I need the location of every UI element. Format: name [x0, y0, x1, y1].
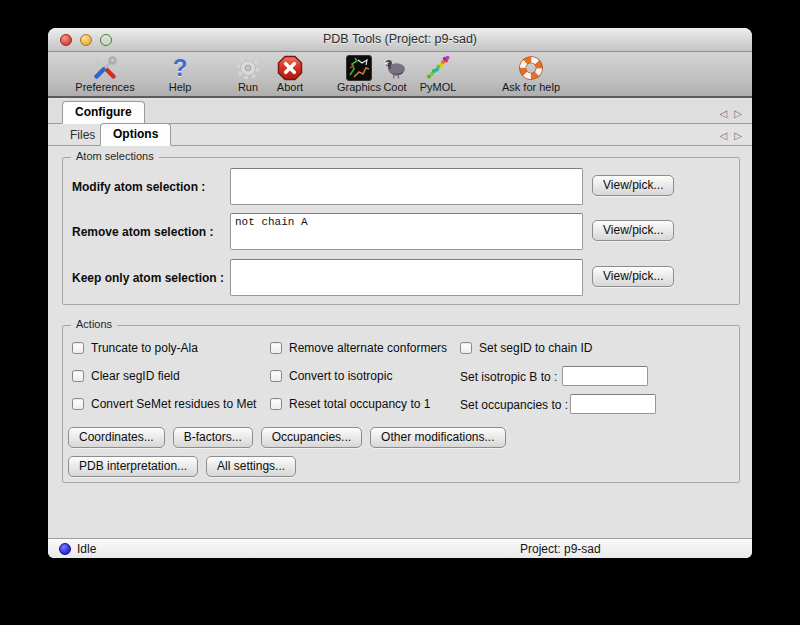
toolbar-label: Preferences	[75, 81, 134, 93]
stop-x-icon	[277, 54, 303, 81]
checkbox-box[interactable]	[72, 398, 84, 410]
toolbar-label: Ask for help	[502, 81, 560, 93]
action-buttons-row-2: PDB interpretation... All settings...	[68, 456, 296, 477]
toolbar-label: Abort	[277, 81, 303, 93]
status-dot-icon	[59, 543, 71, 555]
set-segid-to-chain-id-checkbox[interactable]: Set segID to chain ID	[460, 341, 592, 355]
toolbar: Preferences ? Help Run	[48, 52, 752, 98]
toolbar-label: Coot	[383, 81, 406, 93]
keep-only-view-pick-button[interactable]: View/pick...	[592, 266, 674, 287]
title-bar[interactable]: PDB Tools (Project: p9-sad)	[48, 28, 752, 52]
tools-icon	[92, 54, 118, 81]
group-title: Atom selections	[71, 150, 159, 162]
action-buttons-row-1: Coordinates... B-factors... Occupancies.…	[68, 427, 506, 448]
pdb-interpretation-button[interactable]: PDB interpretation...	[68, 456, 198, 477]
checkbox-box[interactable]	[270, 370, 282, 382]
truncate-poly-ala-checkbox[interactable]: Truncate to poly-Ala	[72, 341, 198, 355]
modify-atom-selection-input[interactable]	[230, 168, 583, 205]
tab-scroll-arrows: ◁ ▷	[720, 131, 742, 141]
checkbox-box[interactable]	[270, 342, 282, 354]
other-modifications-button[interactable]: Other modifications...	[370, 427, 505, 448]
tab-configure[interactable]: Configure	[62, 101, 145, 124]
remove-alternate-conformers-checkbox[interactable]: Remove alternate conformers	[270, 341, 447, 355]
toolbar-run-button[interactable]: Run	[228, 54, 268, 93]
coot-bird-icon	[382, 54, 408, 81]
b-factors-button[interactable]: B-factors...	[173, 427, 253, 448]
toolbar-abort-button[interactable]: Abort	[266, 54, 314, 93]
checkbox-box[interactable]	[72, 342, 84, 354]
keep-only-atom-selection-label: Keep only atom selection :	[72, 271, 224, 285]
keep-only-atom-selection-input[interactable]	[230, 259, 583, 296]
tab-scroll-arrows: ◁ ▷	[720, 109, 742, 119]
toolbar-pymol-button[interactable]: PyMOL	[414, 54, 462, 93]
remove-atom-selection-label: Remove atom selection :	[72, 225, 213, 239]
checkbox-box[interactable]	[72, 370, 84, 382]
set-isotropic-b-label: Set isotropic B to :	[460, 370, 557, 384]
helix-icon	[425, 54, 451, 81]
checkbox-box[interactable]	[270, 398, 282, 410]
occupancies-button[interactable]: Occupancies...	[261, 427, 362, 448]
modify-atom-selection-label: Modify atom selection :	[72, 180, 205, 194]
set-occupancies-label: Set occupancies to :	[460, 398, 568, 412]
toolbar-coot-button[interactable]: Coot	[376, 54, 414, 93]
tab-scroll-right-icon[interactable]: ▷	[734, 109, 742, 119]
configure-tab-bar: Configure ◁ ▷	[48, 100, 752, 124]
status-project: Project: p9-sad	[520, 542, 601, 556]
gear-icon	[235, 54, 261, 81]
desktop-background: PDB Tools (Project: p9-sad) Preferences	[0, 0, 800, 625]
files-options-tab-bar: Files Options ◁ ▷	[48, 124, 752, 146]
checkbox-box[interactable]	[460, 342, 472, 354]
convert-semet-checkbox[interactable]: Convert SeMet residues to Met	[72, 397, 256, 411]
status-state: Idle	[77, 542, 96, 556]
reset-total-occupancy-checkbox[interactable]: Reset total occupancy to 1	[270, 397, 430, 411]
tab-scroll-right-icon[interactable]: ▷	[734, 131, 742, 141]
pdb-tools-window: PDB Tools (Project: p9-sad) Preferences	[48, 28, 752, 558]
window-title: PDB Tools (Project: p9-sad)	[48, 32, 752, 46]
tab-scroll-left-icon[interactable]: ◁	[720, 131, 728, 141]
remove-view-pick-button[interactable]: View/pick...	[592, 220, 674, 241]
toolbar-label: PyMOL	[420, 81, 457, 93]
life-ring-icon	[518, 54, 544, 81]
tab-options[interactable]: Options	[100, 123, 171, 146]
modify-view-pick-button[interactable]: View/pick...	[592, 175, 674, 196]
question-icon: ?	[173, 54, 188, 81]
toolbar-ask-for-help-button[interactable]: Ask for help	[496, 54, 566, 93]
toolbar-label: Graphics	[337, 81, 381, 93]
set-occupancies-input[interactable]	[570, 394, 656, 414]
all-settings-button[interactable]: All settings...	[206, 456, 296, 477]
toolbar-preferences-button[interactable]: Preferences	[70, 54, 140, 93]
remove-atom-selection-input[interactable]: not chain A	[230, 213, 583, 250]
set-isotropic-b-input[interactable]	[562, 366, 648, 386]
toolbar-help-button[interactable]: ? Help	[158, 54, 202, 93]
molecule-graphics-icon	[346, 54, 372, 81]
toolbar-label: Help	[169, 81, 192, 93]
status-bar: Idle Project: p9-sad	[48, 538, 752, 558]
convert-to-isotropic-checkbox[interactable]: Convert to isotropic	[270, 369, 392, 383]
coordinates-button[interactable]: Coordinates...	[68, 427, 165, 448]
toolbar-label: Run	[238, 81, 258, 93]
tab-scroll-left-icon[interactable]: ◁	[720, 109, 728, 119]
group-title: Actions	[71, 318, 117, 330]
clear-segid-field-checkbox[interactable]: Clear segID field	[72, 369, 180, 383]
